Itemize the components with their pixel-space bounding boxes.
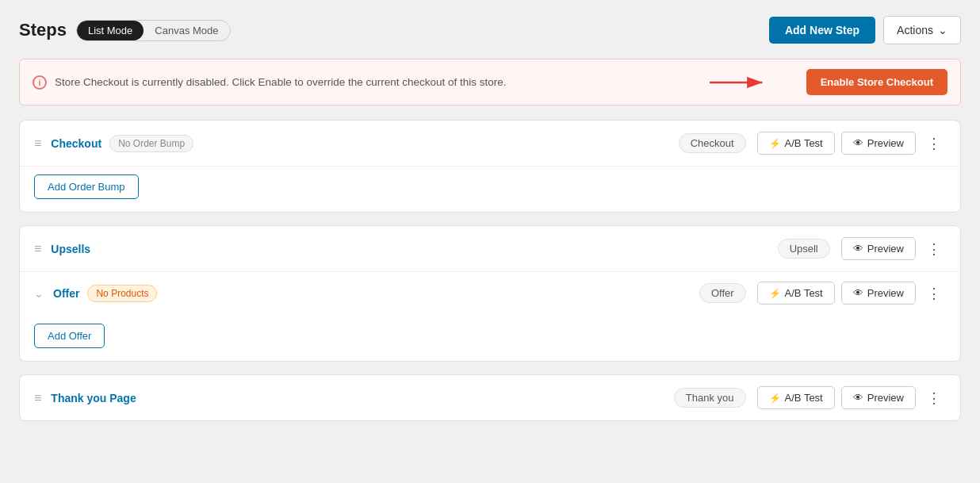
checkout-ab-test-button[interactable]: ⚡ A/B Test (757, 132, 835, 155)
page-title: Steps (19, 20, 67, 40)
checkout-preview-button[interactable]: 👁 Preview (841, 132, 916, 155)
offer-more-button[interactable]: ⋮ (922, 283, 946, 304)
header-left: Steps List Mode Canvas Mode (19, 20, 231, 41)
offer-ab-test-label: A/B Test (785, 287, 823, 299)
drag-icon-upsells[interactable]: ≡ (34, 242, 41, 256)
offer-preview-label: Preview (867, 287, 904, 299)
page-header: Steps List Mode Canvas Mode Add New Step… (19, 16, 961, 44)
checkout-add-row: Add Order Bump (20, 167, 960, 212)
info-icon: i (33, 75, 47, 90)
arrow-icon (706, 71, 770, 94)
upsells-preview-button[interactable]: 👁 Preview (841, 237, 916, 260)
notice-bar: i Store Checkout is currently disabled. … (19, 59, 961, 105)
thankyou-more-button[interactable]: ⋮ (922, 388, 946, 408)
no-order-bump-badge: No Order Bump (109, 135, 193, 152)
eye-icon-thankyou: 👁 (853, 392, 863, 404)
step-card-checkout: ≡ Checkout No Order Bump Checkout ⚡ A/B … (19, 120, 961, 213)
offer-step-name[interactable]: Offer (53, 287, 79, 300)
offer-type-badge: Offer (699, 283, 746, 303)
header-right: Add New Step Actions ⌄ (769, 16, 961, 44)
enable-store-checkout-button[interactable]: Enable Store Checkout (806, 69, 947, 95)
actions-label: Actions (897, 24, 933, 36)
upsells-preview-label: Preview (867, 243, 904, 255)
upsells-actions: 👁 Preview ⋮ (841, 237, 946, 260)
thankyou-actions: ⚡ A/B Test 👁 Preview ⋮ (757, 386, 946, 409)
upsells-step-name[interactable]: Upsells (51, 243, 90, 255)
collapse-icon-offer[interactable]: ⌄ (34, 287, 44, 300)
eye-icon-offer: 👁 (853, 287, 863, 299)
eye-icon-upsells: 👁 (853, 243, 863, 255)
notice-left: i Store Checkout is currently disabled. … (33, 75, 507, 90)
checkout-more-button[interactable]: ⋮ (922, 133, 946, 154)
upsells-type-badge: Upsell (778, 239, 830, 259)
arrow-annotation (706, 71, 770, 94)
chevron-down-icon: ⌄ (938, 24, 947, 36)
checkout-step-name[interactable]: Checkout (51, 137, 101, 150)
list-mode-button[interactable]: List Mode (77, 21, 144, 40)
step-card-upsells: ≡ Upsells Upsell 👁 Preview ⋮ ⌄ Offer No … (19, 225, 961, 362)
no-products-badge: No Products (87, 285, 157, 302)
step-row-checkout: ≡ Checkout No Order Bump Checkout ⚡ A/B … (20, 121, 960, 167)
drag-icon-thankyou[interactable]: ≡ (34, 391, 41, 405)
thankyou-step-name[interactable]: Thank you Page (51, 392, 136, 404)
preview-label: Preview (867, 137, 904, 149)
thankyou-ab-test-button[interactable]: ⚡ A/B Test (757, 386, 835, 409)
offer-preview-button[interactable]: 👁 Preview (841, 282, 916, 305)
ab-icon-offer: ⚡ (769, 288, 781, 299)
eye-icon: 👁 (853, 137, 863, 149)
upsells-add-row: Add Offer (20, 316, 960, 361)
step-card-thankyou: ≡ Thank you Page Thank you ⚡ A/B Test 👁 … (19, 374, 961, 421)
upsells-more-button[interactable]: ⋮ (922, 239, 946, 259)
ab-icon: ⚡ (769, 138, 781, 149)
offer-ab-test-button[interactable]: ⚡ A/B Test (757, 282, 835, 305)
thankyou-preview-label: Preview (867, 392, 904, 404)
checkout-actions: ⚡ A/B Test 👁 Preview ⋮ (757, 132, 946, 155)
mode-toggle: List Mode Canvas Mode (76, 20, 231, 41)
thankyou-preview-button[interactable]: 👁 Preview (841, 386, 916, 409)
add-offer-button[interactable]: Add Offer (34, 324, 105, 348)
offer-actions: ⚡ A/B Test 👁 Preview ⋮ (757, 282, 946, 305)
step-row-thankyou: ≡ Thank you Page Thank you ⚡ A/B Test 👁 … (20, 375, 960, 420)
add-order-bump-button[interactable]: Add Order Bump (34, 174, 139, 199)
drag-icon-checkout[interactable]: ≡ (34, 136, 41, 151)
ab-icon-thankyou: ⚡ (769, 393, 781, 404)
actions-button[interactable]: Actions ⌄ (883, 16, 961, 44)
thankyou-type-badge: Thank you (674, 388, 746, 408)
thankyou-ab-test-label: A/B Test (785, 392, 823, 404)
step-row-upsells: ≡ Upsells Upsell 👁 Preview ⋮ (20, 226, 960, 272)
offer-sub-row: ⌄ Offer No Products Offer ⚡ A/B Test 👁 P… (20, 272, 960, 316)
notice-message: Store Checkout is currently disabled. Cl… (55, 76, 507, 88)
ab-test-label: A/B Test (785, 137, 823, 149)
add-new-step-button[interactable]: Add New Step (769, 17, 875, 44)
canvas-mode-button[interactable]: Canvas Mode (144, 21, 229, 40)
checkout-type-badge: Checkout (679, 133, 746, 153)
